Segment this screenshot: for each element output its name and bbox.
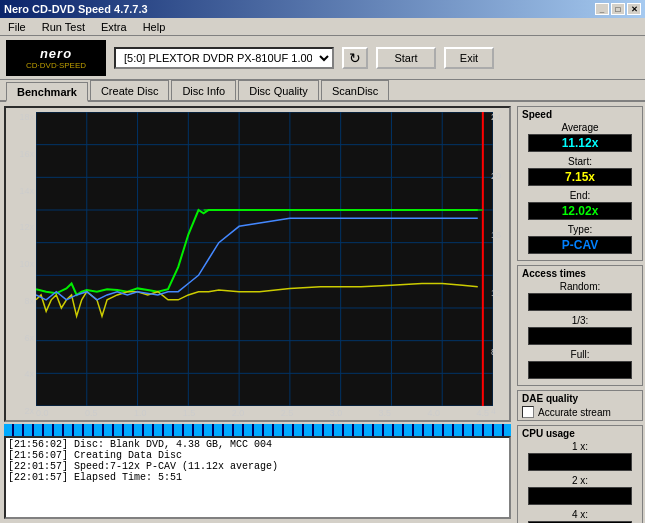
logo-sub: CD·DVD·SPEED bbox=[26, 61, 86, 70]
window-title: Nero CD-DVD Speed 4.7.7.3 bbox=[4, 3, 148, 15]
log-box: [21:56:02] Disc: Blank DVD, 4.38 GB, MCC… bbox=[4, 436, 511, 519]
cpu-2x-value bbox=[528, 487, 632, 505]
accurate-stream-label: Accurate stream bbox=[538, 407, 611, 418]
drive-selector: [5:0] PLEXTOR DVDR PX-810UF 1.00 bbox=[114, 47, 334, 69]
speed-average-row: Average 11.12x bbox=[522, 122, 638, 153]
progress-bar-fill bbox=[4, 424, 511, 436]
title-bar-buttons: _ □ ✕ bbox=[595, 3, 641, 15]
onethird-label: 1/3: bbox=[572, 315, 589, 326]
speed-type-row: Type: P-CAV bbox=[522, 224, 638, 255]
close-button[interactable]: ✕ bbox=[627, 3, 641, 15]
speed-average-label: Average bbox=[561, 122, 598, 133]
maximize-button[interactable]: □ bbox=[611, 3, 625, 15]
cpu-2x-label: 2 x: bbox=[572, 475, 588, 486]
cpu-usage-section: CPU usage 1 x: 2 x: 4 x: 8 x: bbox=[517, 425, 643, 523]
tab-disc-info[interactable]: Disc Info bbox=[171, 80, 236, 100]
cpu-2x-row: 2 x: bbox=[522, 475, 638, 506]
tab-disc-quality[interactable]: Disc Quality bbox=[238, 80, 319, 100]
exit-button[interactable]: Exit bbox=[444, 47, 494, 69]
right-panel: Speed Average 11.12x Start: 7.15x End: 1… bbox=[515, 102, 645, 523]
log-line: [22:01:57] Speed:7-12x P-CAV (11.12x ave… bbox=[8, 461, 507, 472]
x-axis-labels: 0.0 0.5 1.0 1.5 2.0 2.5 3.0 3.5 4.0 4.5 bbox=[36, 408, 489, 418]
benchmark-chart bbox=[36, 112, 493, 406]
log-section: [21:56:02] Disc: Blank DVD, 4.38 GB, MCC… bbox=[4, 424, 511, 519]
speed-type-label: Type: bbox=[568, 224, 592, 235]
menu-run-test[interactable]: Run Test bbox=[38, 20, 89, 34]
cpu-4x-row: 4 x: bbox=[522, 509, 638, 523]
start-button[interactable]: Start bbox=[376, 47, 436, 69]
menu-file[interactable]: File bbox=[4, 20, 30, 34]
logo: nero CD·DVD·SPEED bbox=[6, 40, 106, 76]
full-row: Full: bbox=[522, 349, 638, 380]
dae-title: DAE quality bbox=[522, 393, 638, 404]
full-value bbox=[528, 361, 632, 379]
menu-help[interactable]: Help bbox=[139, 20, 170, 34]
speed-type-value: P-CAV bbox=[528, 236, 632, 254]
menu-extra[interactable]: Extra bbox=[97, 20, 131, 34]
chart-and-log: 18x 16x 14x 12x 10x 8x 6x 4x 2x 24 20 16… bbox=[0, 102, 515, 523]
title-bar: Nero CD-DVD Speed 4.7.7.3 _ □ ✕ bbox=[0, 0, 645, 18]
tab-create-disc[interactable]: Create Disc bbox=[90, 80, 169, 100]
log-line: [21:56:02] Disc: Blank DVD, 4.38 GB, MCC… bbox=[8, 439, 507, 450]
minimize-button[interactable]: _ bbox=[595, 3, 609, 15]
menu-bar: File Run Test Extra Help bbox=[0, 18, 645, 36]
chart-area: 18x 16x 14x 12x 10x 8x 6x 4x 2x 24 20 16… bbox=[4, 106, 511, 422]
cpu-1x-row: 1 x: bbox=[522, 441, 638, 472]
accurate-stream-checkbox[interactable] bbox=[522, 406, 534, 418]
speed-start-row: Start: 7.15x bbox=[522, 156, 638, 187]
speed-start-label: Start: bbox=[568, 156, 592, 167]
onethird-value bbox=[528, 327, 632, 345]
speed-average-value: 11.12x bbox=[528, 134, 632, 152]
y-axis-left: 18x 16x 14x 12x 10x 8x 6x 4x 2x bbox=[6, 108, 36, 420]
access-times-section: Access times Random: 1/3: Full: bbox=[517, 265, 643, 386]
header-area: nero CD·DVD·SPEED [5:0] PLEXTOR DVDR PX-… bbox=[0, 36, 645, 80]
tabs-bar: Benchmark Create Disc Disc Info Disc Qua… bbox=[0, 80, 645, 102]
speed-end-row: End: 12.02x bbox=[522, 190, 638, 221]
refresh-button[interactable]: ↻ bbox=[342, 47, 368, 69]
cpu-1x-label: 1 x: bbox=[572, 441, 588, 452]
accurate-stream-row: Accurate stream bbox=[522, 406, 638, 418]
cpu-title: CPU usage bbox=[522, 428, 638, 439]
drive-dropdown[interactable]: [5:0] PLEXTOR DVDR PX-810UF 1.00 bbox=[114, 47, 334, 69]
tab-scandisc[interactable]: ScanDisc bbox=[321, 80, 389, 100]
content-row: 18x 16x 14x 12x 10x 8x 6x 4x 2x 24 20 16… bbox=[0, 102, 645, 523]
speed-end-value: 12.02x bbox=[528, 202, 632, 220]
speed-start-value: 7.15x bbox=[528, 168, 632, 186]
access-times-title: Access times bbox=[522, 268, 638, 279]
logo-nero: nero bbox=[40, 46, 72, 61]
tab-benchmark[interactable]: Benchmark bbox=[6, 82, 88, 102]
onethird-row: 1/3: bbox=[522, 315, 638, 346]
full-label: Full: bbox=[571, 349, 590, 360]
speed-title: Speed bbox=[522, 109, 638, 120]
dae-quality-section: DAE quality Accurate stream bbox=[517, 390, 643, 421]
cpu-1x-value bbox=[528, 453, 632, 471]
cpu-4x-label: 4 x: bbox=[572, 509, 588, 520]
random-row: Random: bbox=[522, 281, 638, 312]
progress-bar bbox=[4, 424, 511, 436]
log-line: [22:01:57] Elapsed Time: 5:51 bbox=[8, 472, 507, 483]
random-value bbox=[528, 293, 632, 311]
speed-end-label: End: bbox=[570, 190, 591, 201]
log-line: [21:56:07] Creating Data Disc bbox=[8, 450, 507, 461]
random-label: Random: bbox=[560, 281, 601, 292]
speed-section: Speed Average 11.12x Start: 7.15x End: 1… bbox=[517, 106, 643, 261]
